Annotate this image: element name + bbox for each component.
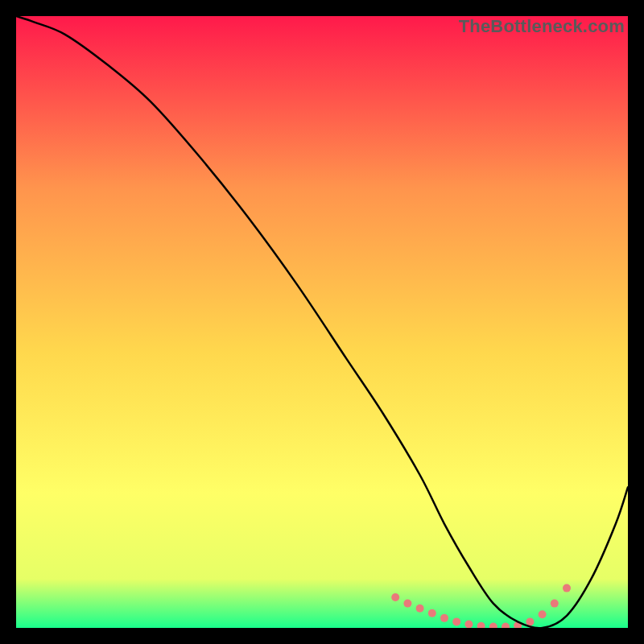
highlight-dot (440, 614, 448, 622)
highlight-dot (391, 593, 399, 601)
highlight-dot (416, 605, 424, 613)
highlight-dot (464, 620, 473, 628)
highlight-dot (452, 617, 460, 625)
highlight-dot (551, 600, 559, 608)
highlight-dot (403, 600, 411, 608)
highlight-dot (563, 584, 571, 592)
bottleneck-chart (16, 16, 628, 628)
highlight-dot (428, 609, 436, 617)
chart-frame: TheBottleneck.com (16, 16, 628, 628)
watermark-text: TheBottleneck.com (459, 16, 625, 37)
highlight-dot (526, 617, 534, 625)
highlight-dot (539, 610, 547, 618)
